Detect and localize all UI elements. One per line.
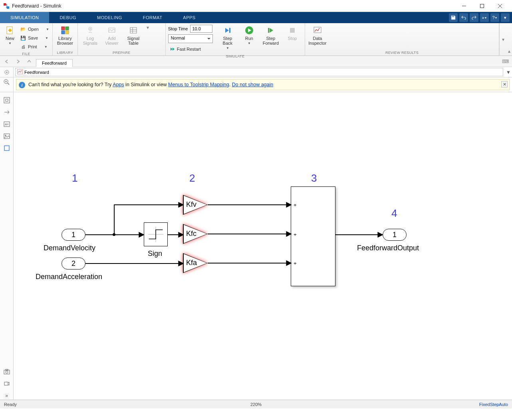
tab-format[interactable]: FORMAT xyxy=(133,12,173,23)
qab-redo-icon[interactable] xyxy=(470,13,478,22)
diagram-canvas[interactable]: 1 2 3 4 1 DemandVelocity 2 DemandAcceler… xyxy=(14,92,512,400)
qab-more-icon[interactable]: »▼ xyxy=(480,13,489,22)
signal-line[interactable] xyxy=(208,204,291,205)
status-bar: Ready 220% FixedStepAuto xyxy=(0,400,512,408)
print-button[interactable]: 🖨Print▼ xyxy=(19,42,50,51)
signal-line[interactable] xyxy=(208,234,291,234)
step-forward-button[interactable]: Step Forward xyxy=(261,25,281,46)
gain-kfa[interactable]: Kfa xyxy=(183,253,211,273)
svg-rect-6 xyxy=(452,16,454,17)
nav-forward-icon[interactable] xyxy=(14,57,22,66)
inport-demandvelocity[interactable]: 1 xyxy=(62,229,85,241)
tab-modeling[interactable]: MODELING xyxy=(87,12,133,23)
info-banner-row: i Can't find what you're looking for? Tr… xyxy=(0,77,512,92)
annotation-2[interactable]: 2 xyxy=(189,172,195,184)
dropdown-icon: ▼ xyxy=(8,42,12,45)
signal-line[interactable] xyxy=(85,263,183,264)
qab-save-icon[interactable] xyxy=(449,13,458,22)
fast-restart-button[interactable]: Fast Restart xyxy=(168,45,213,53)
tab-debug[interactable]: DEBUG xyxy=(49,12,87,23)
save-button[interactable]: 💾Save▼ xyxy=(19,34,50,42)
nav-back-icon[interactable] xyxy=(2,57,11,66)
tab-simulation[interactable]: SIMULATION xyxy=(0,12,49,23)
banner-link-mapping[interactable]: Menus to Toolstrip Mapping xyxy=(168,82,229,87)
step-back-button[interactable]: Step Back ▼ xyxy=(218,25,238,51)
area-icon[interactable] xyxy=(3,144,11,152)
signal-line[interactable] xyxy=(114,204,183,205)
inport-demandacceleration[interactable]: 2 xyxy=(62,258,85,269)
breadcrumb-path[interactable]: Feedforward xyxy=(15,68,503,76)
log-signals-button[interactable]: Log Signals xyxy=(80,25,100,46)
svg-line-27 xyxy=(8,83,9,85)
signal-line[interactable] xyxy=(168,234,184,235)
signal-table-button[interactable]: Signal Table xyxy=(123,25,143,46)
banner-link-dismiss[interactable]: Do not show again xyxy=(232,82,274,87)
inport-demandvelocity-label: DemandVelocity xyxy=(44,244,95,252)
svg-rect-19 xyxy=(229,28,230,33)
outport-feedforward[interactable]: 1 xyxy=(383,229,407,241)
breadcrumb-dropdown-icon[interactable]: ▼ xyxy=(505,67,512,77)
annotation-1[interactable]: 1 xyxy=(72,172,77,184)
gain-kfc[interactable]: Kfc xyxy=(183,224,211,244)
sign-block[interactable] xyxy=(144,222,168,246)
zoom-in-icon[interactable] xyxy=(4,79,10,87)
add-viewer-button[interactable]: Add Viewer xyxy=(102,25,122,46)
gain-kfv[interactable]: Kfv xyxy=(183,195,211,215)
data-inspector-button[interactable]: Data Inspector xyxy=(308,25,327,46)
record-icon[interactable] xyxy=(3,380,11,388)
ribbon-overflow-button[interactable]: ▾ xyxy=(499,23,506,55)
new-button[interactable]: New ▼ xyxy=(2,25,18,46)
main-area: A≡ » 1 2 3 4 1 DemandVelocity 2 DemandAc… xyxy=(0,92,512,400)
close-button[interactable] xyxy=(491,0,509,12)
fit-to-view-icon[interactable] xyxy=(3,96,11,104)
save-icon: 💾 xyxy=(20,35,26,41)
banner-close-button[interactable]: ✕ xyxy=(501,81,508,87)
run-button[interactable]: Run ▼ xyxy=(239,25,259,46)
log-signals-icon xyxy=(85,26,95,35)
svg-text:A≡: A≡ xyxy=(5,123,9,126)
screenshot-icon[interactable] xyxy=(3,368,11,376)
signal-line[interactable] xyxy=(208,263,291,263)
expand-icon[interactable]: » xyxy=(3,392,11,400)
info-banner: i Can't find what you're looking for? Tr… xyxy=(16,79,510,90)
group-label-review: REVIEW RESULTS xyxy=(308,50,496,55)
model-browser-toggle[interactable] xyxy=(0,67,14,77)
minimize-button[interactable] xyxy=(455,0,473,12)
print-icon: 🖨 xyxy=(20,44,26,50)
maximize-button[interactable] xyxy=(473,0,491,12)
library-browser-button[interactable]: Library Browser xyxy=(55,25,75,46)
ribbon-group-review: Data Inspector REVIEW RESULTS xyxy=(305,23,499,55)
data-inspector-icon xyxy=(313,26,322,35)
qab-options-icon[interactable]: ▾ xyxy=(501,13,510,22)
simulation-mode-select[interactable]: Normal xyxy=(168,34,213,43)
qab-undo-icon[interactable] xyxy=(459,13,468,22)
toggle-perspective-icon[interactable] xyxy=(3,108,11,116)
keyboard-icon[interactable]: ⌨ xyxy=(501,57,510,66)
status-zoom[interactable]: 220% xyxy=(250,402,262,407)
svg-rect-0 xyxy=(4,3,6,6)
stop-button[interactable]: Stop xyxy=(282,25,302,42)
signal-line[interactable] xyxy=(114,204,115,235)
image-icon[interactable] xyxy=(3,132,11,140)
tab-apps[interactable]: APPS xyxy=(173,12,206,23)
banner-link-apps[interactable]: Apps xyxy=(113,82,124,87)
qab-help-icon[interactable]: ?▼ xyxy=(490,13,499,22)
nav-up-icon[interactable] xyxy=(25,57,34,66)
prepare-dropdown-icon[interactable]: ▾ xyxy=(145,25,151,30)
signal-line[interactable] xyxy=(335,234,383,235)
new-label: New xyxy=(6,36,14,41)
sum-block[interactable]: + + + xyxy=(291,186,335,286)
model-tab[interactable]: Feedforward xyxy=(36,59,73,67)
annotation-icon[interactable]: A≡ xyxy=(3,120,11,128)
open-button[interactable]: 📂Open▼ xyxy=(19,25,50,34)
toolstrip-tabs: SIMULATION DEBUG MODELING FORMAT APPS »▼… xyxy=(0,12,512,23)
stop-time-input[interactable] xyxy=(190,25,212,33)
status-solver[interactable]: FixedStepAuto xyxy=(479,402,508,407)
svg-point-13 xyxy=(89,28,91,30)
annotation-3[interactable]: 3 xyxy=(311,172,317,184)
svg-rect-21 xyxy=(268,28,269,33)
ribbon-collapse-icon[interactable]: ▴ xyxy=(506,23,512,55)
step-forward-icon xyxy=(266,26,276,35)
annotation-4[interactable]: 4 xyxy=(391,207,397,220)
svg-rect-22 xyxy=(290,28,295,33)
